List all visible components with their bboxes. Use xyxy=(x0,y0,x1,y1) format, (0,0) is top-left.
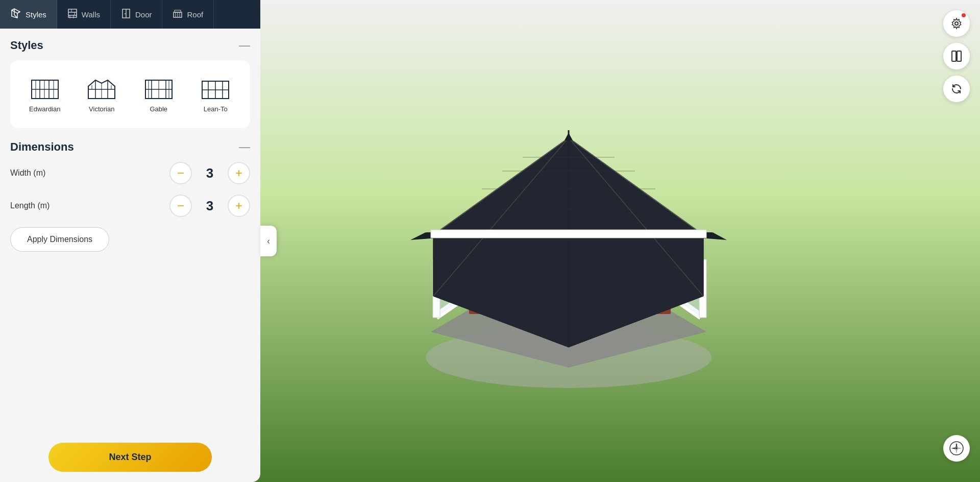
nav-tab-styles[interactable]: Styles xyxy=(0,0,57,29)
style-option-gable[interactable]: Gable xyxy=(132,68,185,120)
next-step-btn[interactable]: Next Step xyxy=(48,443,212,472)
length-increment-btn[interactable]: + xyxy=(228,195,250,217)
panel-collapse-tab[interactable]: ‹ xyxy=(260,226,277,256)
nav-tab-walls[interactable]: Walls xyxy=(57,0,111,29)
svg-point-104 xyxy=(955,22,958,25)
style-option-victorian[interactable]: Victorian xyxy=(76,68,129,120)
panels-icon xyxy=(950,50,963,62)
roof-icon xyxy=(173,8,183,21)
nav-tab-roof[interactable]: Roof xyxy=(162,0,214,29)
edwardian-label: Edwardian xyxy=(29,105,60,113)
side-panel: Styles — Edwardian xyxy=(0,29,260,482)
width-label: Width (m) xyxy=(10,168,71,178)
styles-section-header: Styles — xyxy=(10,39,250,52)
panels-btn[interactable] xyxy=(943,43,970,69)
walls-icon xyxy=(67,8,78,21)
length-row: Length (m) − 3 + xyxy=(10,195,250,217)
conservatory-model xyxy=(390,82,747,400)
dimensions-title: Dimensions xyxy=(10,140,74,154)
rotate-icon xyxy=(950,83,963,95)
length-decrement-btn[interactable]: − xyxy=(169,195,192,217)
lean-to-icon xyxy=(200,76,231,101)
styles-title: Styles xyxy=(10,39,43,52)
top-navigation: Styles Walls Door xyxy=(0,0,260,29)
svg-rect-106 xyxy=(957,51,961,61)
width-controls: − 3 + xyxy=(169,162,250,184)
svg-line-60 xyxy=(17,12,20,13)
gable-label: Gable xyxy=(150,105,167,113)
dimensions-collapse-btn[interactable]: — xyxy=(239,141,250,153)
chevron-left-icon: ‹ xyxy=(267,236,270,247)
compass-icon: N xyxy=(949,441,964,456)
dimensions-section-header: Dimensions — xyxy=(10,140,250,154)
width-decrement-btn[interactable]: − xyxy=(169,162,192,184)
styles-collapse-btn[interactable]: — xyxy=(239,40,250,51)
nav-tab-styles-label: Styles xyxy=(26,10,46,19)
nav-compass-btn[interactable]: N xyxy=(943,435,970,462)
length-controls: − 3 + xyxy=(169,195,250,217)
victorian-label: Victorian xyxy=(89,105,114,113)
edwardian-icon xyxy=(30,76,60,101)
nav-tab-walls-label: Walls xyxy=(82,10,100,19)
length-value: 3 xyxy=(202,198,217,214)
svg-point-109 xyxy=(955,447,958,449)
styles-grid: Edwardian Victorian xyxy=(10,60,250,128)
svg-rect-61 xyxy=(68,9,77,17)
settings-btn[interactable] xyxy=(943,10,970,37)
victorian-icon xyxy=(86,76,117,101)
width-value: 3 xyxy=(202,165,217,181)
rotate-btn[interactable] xyxy=(943,76,970,102)
svg-rect-59 xyxy=(431,230,706,238)
width-increment-btn[interactable]: + xyxy=(228,162,250,184)
width-row: Width (m) − 3 + xyxy=(10,162,250,184)
door-icon xyxy=(121,8,131,21)
nav-tab-roof-label: Roof xyxy=(187,10,203,19)
right-controls xyxy=(943,10,970,102)
nav-tab-door[interactable]: Door xyxy=(111,0,163,29)
styles-icon xyxy=(10,8,21,21)
dimensions-section: Dimensions — Width (m) − 3 + Length (m) … xyxy=(10,140,250,252)
gable-icon xyxy=(143,76,174,101)
svg-rect-105 xyxy=(952,51,956,61)
notification-dot xyxy=(962,13,966,17)
style-option-lean-to[interactable]: Lean-To xyxy=(189,68,242,120)
next-step-wrap: Next Step xyxy=(10,432,250,472)
nav-tab-door-label: Door xyxy=(135,10,152,19)
length-label: Length (m) xyxy=(10,201,71,210)
lean-to-label: Lean-To xyxy=(204,105,228,113)
svg-text:N: N xyxy=(956,443,958,446)
gear-icon xyxy=(950,17,963,30)
svg-point-70 xyxy=(125,13,126,14)
apply-dimensions-btn[interactable]: Apply Dimensions xyxy=(10,227,109,252)
style-option-edwardian[interactable]: Edwardian xyxy=(18,68,71,120)
